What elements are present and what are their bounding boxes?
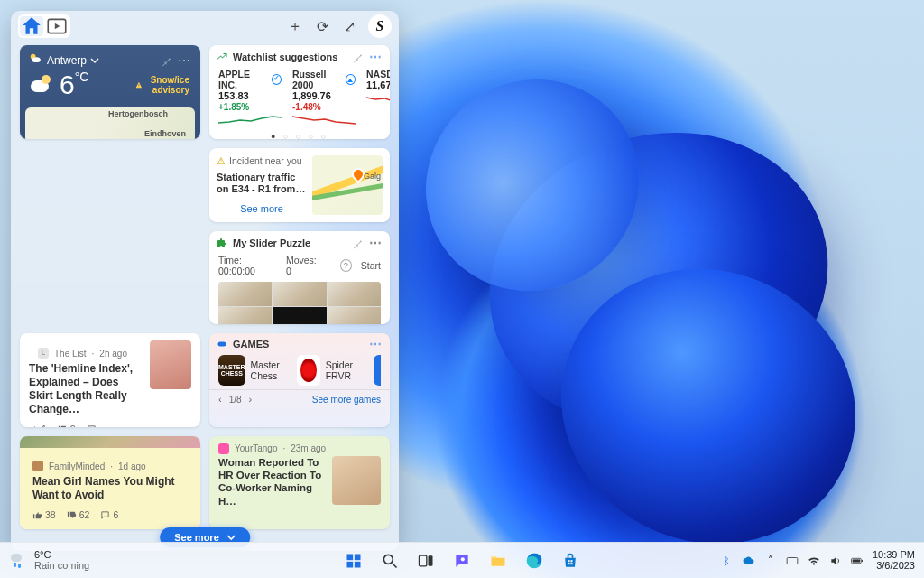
warning-icon	[135, 79, 143, 91]
games-card[interactable]: GAMES ⋯ MASTERCHESS Master Chess Spider …	[209, 333, 390, 427]
puzzle-icon	[217, 238, 227, 248]
svg-rect-8	[347, 561, 354, 567]
taskbar-clock[interactable]: 10:39 PM 3/6/2023	[873, 550, 915, 571]
taskbar-weather-temp: 6°C	[34, 550, 89, 561]
traffic-see-more[interactable]: See more	[217, 203, 307, 215]
news-age: 1d ago	[118, 461, 146, 471]
search-button[interactable]	[374, 545, 406, 577]
svg-rect-19	[570, 563, 572, 564]
svg-rect-20	[787, 557, 798, 564]
sparkline	[292, 114, 356, 126]
tray-onedrive-icon[interactable]	[743, 555, 755, 567]
puzzle-grid[interactable]	[218, 282, 381, 325]
card-menu-button[interactable]: ⋯	[369, 340, 383, 349]
dislike-button[interactable]: 2	[58, 424, 76, 427]
edge-button[interactable]	[518, 545, 550, 577]
store-button[interactable]	[554, 545, 587, 577]
puzzle-card[interactable]: My Slider Puzzle ⋯ Time: 00:00:00 Moves:…	[209, 231, 390, 325]
task-view-button[interactable]	[410, 545, 442, 577]
stock-item[interactable]: NASD 11,675	[366, 69, 390, 128]
traffic-card[interactable]: ⚠Incident near you Stationary traffic on…	[209, 148, 390, 222]
tray-bluetooth-icon[interactable]: ᛒ	[721, 555, 734, 567]
chat-button[interactable]	[446, 545, 478, 577]
widgets-tab-home[interactable]	[20, 16, 43, 36]
folder-icon	[489, 552, 507, 570]
weather-location[interactable]: Antwerp	[47, 54, 99, 67]
map-label: Hertogenbosch	[108, 109, 168, 118]
puzzle-start-button[interactable]: Start	[361, 260, 381, 271]
watchlist-card[interactable]: Watchlist suggestions ⋯ APPLE INC. 153.8…	[209, 45, 390, 139]
news-thumbnail	[150, 340, 191, 389]
edge-icon	[525, 552, 543, 570]
widgets-tab-video[interactable]	[45, 16, 69, 36]
taskbar-weather[interactable]: 6°CRain coming	[0, 543, 98, 578]
svg-rect-9	[355, 561, 361, 567]
weather-card[interactable]: Antwerp ⋯ 6°C Snow/ice advisory Hertogen	[20, 45, 200, 139]
pin-icon[interactable]	[351, 51, 364, 63]
expand-icon: ⤢	[344, 18, 356, 35]
pin-icon[interactable]	[160, 54, 172, 67]
dislike-button[interactable]: 62	[67, 509, 90, 520]
games-more-link[interactable]: See more games	[312, 395, 381, 405]
svg-rect-7	[355, 554, 361, 560]
tray-volume-icon[interactable]	[829, 555, 842, 567]
source-icon: L	[38, 348, 49, 359]
card-title: My Slider Puzzle	[233, 238, 346, 248]
news-hero-image	[20, 436, 200, 449]
weather-city-label: Antwerp	[47, 54, 87, 67]
weather-advisory[interactable]: Snow/ice advisory	[135, 75, 189, 95]
stock-item[interactable]: Russell 2000 1,899.76 -1.48%	[292, 69, 356, 128]
puzzle-time: Time: 00:00:00	[218, 255, 277, 276]
taskbar: 6°CRain coming ᛒ ˄ 10:3	[0, 542, 924, 578]
weather-temp: 6°C	[60, 70, 88, 100]
game-item-partial[interactable]	[374, 355, 381, 386]
news-card[interactable]: YourTango · 23m ago Woman Reported To HR…	[209, 436, 390, 530]
widgets-profile-avatar[interactable]: S	[368, 14, 392, 38]
news-card[interactable]: FamilyMinded · 1d ago Mean Girl Names Yo…	[20, 436, 200, 530]
card-menu-button[interactable]: ⋯	[369, 238, 383, 247]
taskbar-weather-label: Rain coming	[34, 561, 89, 572]
like-button[interactable]: 38	[32, 509, 56, 520]
widgets-refresh-button[interactable]: ⟳	[310, 14, 334, 38]
widgets-header: ＋ ⟳ ⤢ S	[11, 11, 399, 40]
news-thumbnail	[332, 456, 381, 505]
source-icon	[32, 461, 43, 471]
card-menu-button[interactable]: ⋯	[178, 56, 191, 65]
tray-network-icon[interactable]	[808, 555, 820, 567]
games-pager[interactable]: ‹1/8›	[218, 394, 252, 405]
help-icon[interactable]: ?	[340, 259, 352, 272]
start-button[interactable]	[337, 545, 370, 577]
like-button[interactable]: 1	[29, 424, 47, 427]
traffic-title: ⚠Incident near you	[217, 155, 307, 166]
svg-rect-12	[420, 555, 427, 566]
news-card[interactable]: LThe List · 2h ago The 'Hemline Index', …	[20, 333, 200, 427]
stock-item[interactable]: APPLE INC. 153.83 +1.85%	[218, 69, 282, 128]
comment-button[interactable]	[87, 424, 97, 427]
pager-dots[interactable]: ● ○ ○ ○ ○	[209, 130, 390, 139]
traffic-map[interactable]: Galg	[312, 155, 383, 215]
game-item[interactable]: Spider FRVR	[297, 355, 366, 386]
tray-battery-icon[interactable]	[851, 555, 864, 567]
widgets-expand-button[interactable]: ⤢	[337, 14, 361, 38]
tray-language-icon[interactable]	[786, 555, 799, 567]
tray-chevron-up-icon[interactable]: ˄	[764, 555, 777, 567]
pin-icon[interactable]	[351, 237, 364, 249]
source-icon	[218, 443, 229, 454]
comment-button[interactable]: 6	[100, 509, 118, 520]
file-explorer-button[interactable]	[482, 545, 514, 577]
widgets-add-button[interactable]: ＋	[283, 14, 307, 38]
widgets-body: Antwerp ⋯ 6°C Snow/ice advisory Hertogen	[11, 40, 399, 551]
svg-rect-3	[139, 84, 140, 86]
widgets-view-segmented	[18, 14, 70, 38]
weather-map[interactable]: Hertogenbosch Eindhoven Antwerp Ghent Br…	[25, 107, 195, 139]
windows-icon	[345, 552, 363, 570]
game-item[interactable]: MASTERCHESS Master Chess	[218, 355, 290, 386]
svg-rect-18	[568, 563, 570, 564]
taskbar-center	[337, 545, 587, 577]
chat-icon	[453, 552, 471, 570]
game-thumb: MASTERCHESS	[218, 355, 245, 386]
news-source: FamilyMinded	[49, 461, 105, 471]
card-title: GAMES	[233, 339, 364, 350]
card-title: Watchlist suggestions	[233, 51, 346, 62]
card-menu-button[interactable]: ⋯	[369, 52, 383, 61]
